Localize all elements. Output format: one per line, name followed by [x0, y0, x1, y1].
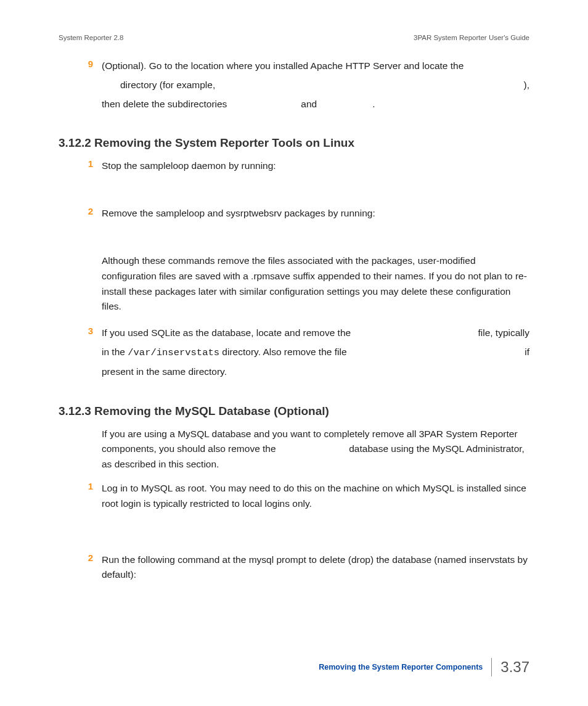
text: in the /var/inservstats directory. Also … — [102, 345, 347, 361]
section-title-3-12-3: 3.12.3 Removing the MySQL Database (Opti… — [59, 404, 529, 418]
footer-divider — [491, 658, 492, 676]
step-9: 9 (Optional). Go to the location where y… — [59, 59, 529, 115]
step-2b: 2 Run the following command at the mysql… — [59, 552, 529, 583]
footer-title: Removing the System Reporter Components — [319, 663, 483, 671]
text: present in the same directory. — [102, 364, 529, 380]
text: file, typically — [478, 326, 529, 341]
header-left: System Reporter 2.8 — [59, 34, 123, 41]
step-body: Run the following command at the mysql p… — [102, 552, 529, 583]
text: and — [301, 99, 317, 109]
text: then delete the subdirectories — [102, 99, 227, 109]
section-title-3-12-2: 3.12.2 Removing the System Reporter Tool… — [59, 136, 529, 150]
step-number: 3 — [59, 326, 102, 383]
text: directory (for example, — [102, 78, 215, 93]
step-2: 2 Remove the sampleloop and sysrptwebsrv… — [59, 206, 529, 318]
step-body: If you used SQLite as the database, loca… — [102, 326, 529, 383]
page-header: System Reporter 2.8 3PAR System Reporter… — [59, 34, 529, 41]
step-body: (Optional). Go to the location where you… — [102, 59, 529, 115]
step-number: 1 — [59, 481, 102, 512]
section-intro: If you are using a MySQL database and yo… — [102, 427, 529, 472]
text: Remove the sampleloop and sysrptwebsrv p… — [102, 206, 529, 221]
step-number: 2 — [59, 552, 102, 583]
text: ), — [524, 78, 529, 93]
header-right: 3PAR System Reporter User's Guide — [414, 34, 529, 41]
step-body: Stop the sampleloop daemon by running: — [102, 158, 529, 174]
text: (Optional). Go to the location where you… — [102, 60, 463, 71]
step-number: 1 — [59, 158, 102, 174]
step-body: Remove the sampleloop and sysrptwebsrv p… — [102, 206, 529, 318]
step-number: 2 — [59, 206, 102, 318]
text: If you used SQLite as the database, loca… — [102, 326, 351, 341]
step-body: Log in to MySQL as root. You may need to… — [102, 481, 529, 512]
page-footer: Removing the System Reporter Components … — [319, 658, 529, 676]
page-number: 3.37 — [500, 659, 529, 676]
text: . — [372, 99, 375, 109]
step-3: 3 If you used SQLite as the database, lo… — [59, 326, 529, 383]
step-number: 9 — [59, 59, 102, 115]
step-1: 1 Stop the sampleloop daemon by running: — [59, 158, 529, 174]
text: if — [525, 345, 529, 361]
step-1b: 1 Log in to MySQL as root. You may need … — [59, 481, 529, 512]
code-path: /var/inservstats — [128, 347, 219, 358]
note-text: Although these commands remove the files… — [102, 253, 529, 314]
